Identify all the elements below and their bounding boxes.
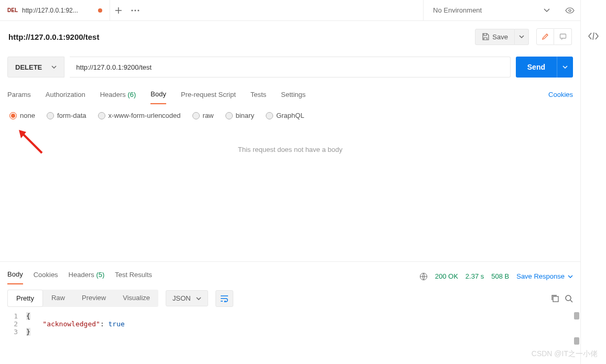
tab-method-label: DEL [7,7,18,13]
body-type-binary[interactable]: binary [225,112,254,119]
code-line: 3} [5,328,575,336]
method-select[interactable]: DELETE [7,57,64,78]
resp-tab-tests[interactable]: Test Results [115,269,152,284]
body-type-xwww[interactable]: x-www-form-urlencoded [98,112,181,119]
body-type-raw[interactable]: raw [192,112,214,119]
format-row: Pretty Raw Preview Visualize JSON [0,284,580,312]
tab-params[interactable]: Params [7,87,31,104]
radio-selected-icon [9,112,17,119]
comment-button[interactable] [554,28,572,45]
request-tabs: Params Authorization Headers (6) Body Pr… [0,82,580,104]
code-line: 2 "acknowledged": true [5,320,575,328]
comment-icon [559,33,567,40]
resp-time: 2.37 s [466,272,484,280]
tab-title: http://127.0.0.1:92... [22,7,94,14]
save-button[interactable]: Save [475,29,515,45]
resp-size: 508 B [491,272,509,280]
resp-tab-headers[interactable]: Headers (5) [69,269,105,284]
pencil-icon [542,33,549,40]
tab-more-button[interactable] [127,0,144,20]
method-label: DELETE [15,63,42,71]
response-body-code[interactable]: 1{ 2 "acknowledged": true 3} [0,312,580,336]
save-dropdown-button[interactable] [515,29,529,45]
svg-point-2 [138,9,139,11]
radio-icon [98,112,105,119]
cookies-link[interactable]: Cookies [548,87,573,104]
radio-icon [266,112,273,119]
save-icon [482,33,489,40]
tab-body[interactable]: Body [150,87,166,104]
code-line: 1{ [5,312,575,320]
svg-point-3 [569,9,571,12]
svg-rect-6 [553,296,558,302]
edit-button[interactable] [536,28,554,45]
request-title-bar: http://127.0.0.1:9200/test Save [0,21,580,52]
radio-icon [47,112,54,119]
save-response-button[interactable]: Save Response [516,272,573,280]
view-raw[interactable]: Raw [43,290,73,307]
request-row: DELETE Send [0,52,580,82]
body-type-graphql[interactable]: GraphQL [266,112,304,119]
svg-point-1 [135,9,136,11]
request-title: http://127.0.0.1:9200/test [8,32,99,41]
chevron-down-icon [519,35,524,38]
unsaved-dot-icon [98,8,102,13]
view-preview[interactable]: Preview [73,290,114,307]
chevron-down-icon [196,297,201,300]
svg-point-0 [132,9,133,11]
body-type-radios: none form-data x-www-form-urlencoded raw… [0,104,580,127]
svg-rect-4 [560,34,566,38]
body-type-none[interactable]: none [9,112,35,119]
body-empty-message: This request does not have a body [0,127,580,172]
format-select[interactable]: JSON [166,290,208,306]
code-panel-icon[interactable] [588,32,599,40]
wrap-icon [220,295,229,302]
wrap-lines-button[interactable] [215,290,233,307]
url-input[interactable] [70,57,510,78]
chevron-down-icon [562,65,568,69]
copy-icon[interactable] [551,294,559,303]
resp-tab-cookies[interactable]: Cookies [34,269,58,284]
send-dropdown-button[interactable] [557,57,573,78]
view-mode-segmented: Pretty Raw Preview Visualize [7,290,158,307]
status-code: 200 OK [435,272,458,280]
environment-name: No Environment [433,6,537,14]
chevron-down-icon [568,275,573,278]
new-tab-button[interactable] [110,0,127,20]
send-button[interactable]: Send [516,57,557,78]
chevron-down-icon [544,8,550,13]
watermark: CSDN @IT之一小佬 [532,349,598,359]
globe-icon[interactable] [419,272,428,281]
resp-tab-body[interactable]: Body [7,268,23,284]
svg-point-7 [566,295,571,301]
tab-prerequest[interactable]: Pre-request Script [181,87,236,104]
top-tab-bar: DEL http://127.0.0.1:92... No Environmen… [0,0,580,21]
radio-icon [192,112,200,119]
search-icon[interactable] [565,294,573,303]
tab-headers[interactable]: Headers (6) [100,87,136,104]
body-type-formdata[interactable]: form-data [47,112,86,119]
scrollbar-thumb[interactable] [574,312,579,319]
view-visualize[interactable]: Visualize [114,290,158,307]
response-tabs: Body Cookies Headers (5) Test Results 20… [0,262,580,284]
view-pretty[interactable]: Pretty [7,290,43,307]
radio-icon [225,112,233,119]
chevron-down-icon [51,65,57,69]
tab-authorization[interactable]: Authorization [46,87,85,104]
env-preview-button[interactable] [559,0,580,20]
request-tab[interactable]: DEL http://127.0.0.1:92... [0,0,110,20]
environment-selector[interactable]: No Environment [423,0,559,20]
scrollbar-thumb[interactable] [574,337,579,345]
tab-settings[interactable]: Settings [281,87,306,104]
tab-tests[interactable]: Tests [251,87,266,104]
